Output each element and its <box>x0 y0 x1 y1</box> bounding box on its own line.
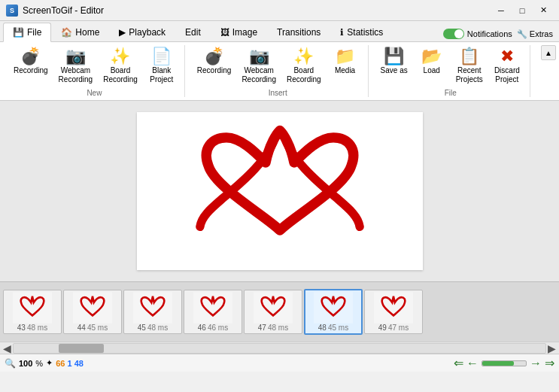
film-frame-47[interactable]: 47 48 ms <box>244 290 302 334</box>
frame-46-num: 46 <box>198 324 206 332</box>
next-arrow-end[interactable]: ⇒ <box>545 356 554 370</box>
playback-tab-icon: ▶ <box>119 27 126 38</box>
frame-43-thumbnail <box>13 292 52 324</box>
tab-edit[interactable]: Edit <box>175 22 211 41</box>
file-group-label: File <box>445 89 457 97</box>
film-frame-43[interactable]: 43 48 ms <box>3 290 62 334</box>
frame-49-time: 47 ms <box>388 324 409 332</box>
webcam-recording-button[interactable]: 📷 WebcamRecording <box>54 45 98 87</box>
scroll-track[interactable] <box>13 343 546 354</box>
blank-project-label: BlankProject <box>150 66 173 84</box>
recent-projects-button[interactable]: 📋 RecentProjects <box>451 45 488 87</box>
tab-home[interactable]: 🏠 Home <box>51 22 109 41</box>
file-group-items: 💾 Save as 📂 Load 📋 RecentProjects ✖ Disc… <box>376 45 525 87</box>
frame-43-time: 48 ms <box>27 324 47 332</box>
frame-44-num: 44 <box>77 324 86 332</box>
tab-transitions-label: Transitions <box>277 27 321 38</box>
insert-board-label: BoardRecording <box>287 66 321 84</box>
scroll-right-arrow[interactable]: ▶ <box>546 342 557 354</box>
tab-edit-label: Edit <box>185 27 201 38</box>
tab-image-label: Image <box>232 27 257 38</box>
notifications-toggle[interactable]: Notifications <box>443 29 512 39</box>
film-frame-44[interactable]: 44 45 ms <box>63 290 122 334</box>
save-as-label: Save as <box>381 66 408 75</box>
selected-count: 1 <box>67 359 71 368</box>
media-button[interactable]: 📁 Media <box>327 45 363 78</box>
extras-icon: 🔧 <box>517 29 527 38</box>
blank-project-button[interactable]: 📄 BlankProject <box>144 45 180 87</box>
film-frame-48[interactable]: 48 45 ms <box>304 289 363 335</box>
board-recording-label: BoardRecording <box>103 66 138 84</box>
new-group-label: New <box>87 89 102 97</box>
title-bar: S ScreenToGif - Editor ─ □ ✕ <box>0 0 559 21</box>
board-icon: ✨ <box>110 48 130 65</box>
ribbon-tabs: 💾 File 🏠 Home ▶ Playback Edit 🖼 Image Tr… <box>0 21 559 42</box>
recording-icon: 💣 <box>20 48 41 65</box>
scroll-left-arrow[interactable]: ◀ <box>2 342 13 354</box>
title-bar-title: ScreenToGif - Editor <box>23 5 104 16</box>
tab-file[interactable]: 💾 File <box>3 23 51 42</box>
minimize-button[interactable]: ─ <box>491 3 511 18</box>
tab-statistics[interactable]: ℹ Statistics <box>330 22 393 41</box>
insert-recording-icon: 💣 <box>204 48 224 65</box>
insert-group-items: 💣 Recording 📷 WebcamRecording ✨ BoardRec… <box>193 45 363 87</box>
frame-48-thumbnail <box>314 292 353 324</box>
insert-group-label: Insert <box>269 89 287 97</box>
discard-project-button[interactable]: ✖ DiscardProject <box>489 45 525 87</box>
save-as-button[interactable]: 💾 Save as <box>376 45 412 78</box>
film-frame-45[interactable]: 45 48 ms <box>123 290 182 334</box>
extras-label: Extras <box>530 29 553 38</box>
maximize-button[interactable]: □ <box>512 3 532 18</box>
insert-recording-button[interactable]: 💣 Recording <box>193 45 236 78</box>
recording-button[interactable]: 💣 Recording <box>9 45 53 78</box>
zoom-value: 100 <box>19 359 32 368</box>
canvas-frame <box>137 112 423 270</box>
toggle-switch[interactable] <box>443 29 464 39</box>
filmstrip: 43 48 ms 44 45 ms 45 48 ms 46 <box>0 281 559 342</box>
frame-47-num: 47 <box>258 324 266 332</box>
film-frame-49[interactable]: 49 47 ms <box>364 290 423 334</box>
home-tab-icon: 🏠 <box>61 27 72 38</box>
board-recording-button[interactable]: ✨ BoardRecording <box>99 45 142 87</box>
ribbon-group-insert: 💣 Recording 📷 WebcamRecording ✨ BoardRec… <box>188 45 369 97</box>
ribbon-content: 💣 Recording 📷 WebcamRecording ✨ BoardRec… <box>0 42 559 101</box>
app-icon: S <box>6 5 18 17</box>
close-button[interactable]: ✕ <box>533 3 553 18</box>
horizontal-scrollbar[interactable]: ◀ ▶ <box>0 342 559 354</box>
film-frame-46[interactable]: 46 46 ms <box>184 290 242 334</box>
new-group-items: 💣 Recording 📷 WebcamRecording ✨ BoardRec… <box>9 45 180 87</box>
canvas-area <box>0 101 559 281</box>
frame-44-time: 45 ms <box>87 324 108 332</box>
prev-arrow-start[interactable]: ⇐ <box>454 356 463 370</box>
recent-icon: 📋 <box>459 48 479 65</box>
ribbon-right-controls: Notifications 🔧 Extras <box>443 29 559 41</box>
scroll-thumb[interactable] <box>59 344 104 353</box>
window-controls: ─ □ ✕ <box>491 3 553 18</box>
tab-playback[interactable]: ▶ Playback <box>109 22 175 41</box>
zoom-separator: ✦ <box>46 358 53 368</box>
tab-image[interactable]: 🖼 Image <box>211 22 267 41</box>
frame-49-thumbnail <box>374 292 413 324</box>
tab-playback-label: Playback <box>129 27 166 38</box>
insert-board-button[interactable]: ✨ BoardRecording <box>282 45 326 87</box>
media-label: Media <box>335 66 355 75</box>
recording-label: Recording <box>14 66 48 75</box>
load-button[interactable]: 📂 Load <box>414 45 450 78</box>
toggle-knob <box>454 29 463 38</box>
ribbon-collapse-button[interactable]: ▲ <box>541 45 556 60</box>
frame-46-time: 46 ms <box>208 324 228 332</box>
frame-count-label: 66 1 48 <box>56 359 84 368</box>
blank-icon: 📄 <box>151 48 172 65</box>
image-tab-icon: 🖼 <box>220 27 229 38</box>
media-icon: 📁 <box>335 48 355 65</box>
tab-statistics-label: Statistics <box>347 27 383 38</box>
prev-arrow[interactable]: ← <box>466 357 478 370</box>
insert-webcam-button[interactable]: 📷 WebcamRecording <box>237 45 281 87</box>
recent-projects-label: RecentProjects <box>456 66 483 84</box>
load-icon: 📂 <box>421 48 442 65</box>
tab-transitions[interactable]: Transitions <box>267 22 330 41</box>
load-label: Load <box>424 66 440 75</box>
frame-num-display: 48 <box>74 359 84 368</box>
extras-button[interactable]: 🔧 Extras <box>517 29 553 39</box>
next-arrow[interactable]: → <box>530 357 542 370</box>
